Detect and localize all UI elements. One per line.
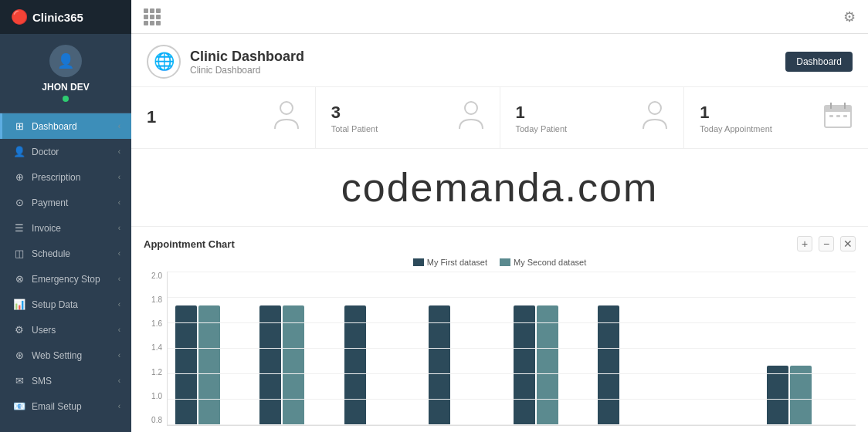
sidebar-item-label: Dashboard [32,121,77,132]
bar-group-2 [344,305,426,425]
sidebar-item-label: Users [32,325,56,336]
globe-icon: 🌐 [147,45,181,79]
logo-text: Clinic365 [32,11,83,24]
gear-icon[interactable]: ⚙ [843,8,856,25]
sidebar-item-prescription[interactable]: ⊕ Prescription ‹ [0,164,131,190]
bar-teal-7 [790,366,812,425]
legend-label-second: My Second dataset [514,258,586,267]
chevron-right-icon: ‹ [118,224,120,232]
y-label-6: 0.8 [151,416,162,424]
sidebar-item-sms[interactable]: ✉ SMS ‹ [0,368,131,393]
invoice-icon: ☰ [13,222,25,234]
sidebar-item-invoice[interactable]: ☰ Invoice ‹ [0,215,131,241]
chevron-right-icon: ‹ [118,147,120,156]
sidebar-item-label: Invoice [32,223,61,234]
sidebar-item-schedule[interactable]: ◫ Schedule ‹ [0,241,131,266]
stat-label-1: Total Patient [331,124,378,133]
chevron-right-icon: ‹ [118,351,120,359]
chevron-right-icon: ‹ [118,173,120,181]
page-title: Clinic Dashboard [190,49,304,65]
email-setup-icon: 📧 [13,400,25,412]
bar-group-4 [514,305,595,425]
page-subtitle: Clinic Dashboard [190,65,304,76]
bar-dark-3 [429,305,450,425]
chevron-right-icon: ‹ [118,249,120,258]
person-icon-1 [458,100,484,136]
stat-card-2: 1 Today Patient [500,87,685,148]
prescription-icon: ⊕ [13,171,25,183]
sidebar-item-label: Prescription [32,172,80,183]
sidebar-item-email-setup[interactable]: 📧 Email Setup ‹ [0,393,131,419]
bar-group-3 [429,305,510,425]
svg-point-1 [465,102,477,114]
payment-icon: ⊙ [13,197,25,208]
stat-number-3: 1 [700,103,772,123]
sidebar-item-label: Setup Data [32,299,78,310]
setup-data-icon: 📊 [13,299,25,310]
stat-card-1: 3 Total Patient [316,87,500,148]
users-icon: ⚙ [13,324,25,336]
legend-dot-first [413,258,424,266]
sidebar-item-emergency-stop[interactable]: ⊗ Emergency Stop ‹ [0,266,131,292]
sidebar-user: 👤 JHON DEV [0,34,131,113]
watermark-section: codemanda.com [131,149,868,227]
chart-close-button[interactable]: ✕ [840,236,856,251]
sidebar-item-doctor[interactable]: 👤 Doctor ‹ [0,139,131,164]
bar-dark-0 [175,305,197,425]
sidebar-item-label: Schedule [32,248,70,259]
sidebar: 🔴 Clinic365 👤 JHON DEV ⊞ Dashboard ‹ 👤 D… [0,0,131,432]
y-label-5: 1.0 [151,392,162,400]
chevron-right-icon: ‹ [118,402,120,410]
doctor-icon: 👤 [13,146,25,157]
stat-label-3: Today Appointment [700,124,772,133]
chevron-right-icon: ‹ [118,326,120,334]
sidebar-item-label: Emergency Stop [32,274,100,285]
bar-teal-0 [198,305,220,425]
sidebar-item-users[interactable]: ⚙ Users ‹ [0,317,131,343]
logo-icon: 🔴 [11,8,28,25]
main-content: ⚙ 🌐 Clinic Dashboard Clinic Dashboard Da… [131,0,868,432]
bar-dark-1 [259,305,281,425]
web-setting-icon: ⊛ [13,349,25,361]
apps-icon[interactable] [144,8,161,25]
stat-label-2: Today Patient [516,124,568,133]
y-label-2: 1.6 [151,319,162,328]
stat-number-1: 3 [331,103,378,123]
sidebar-item-web-setting[interactable]: ⊛ Web Setting ‹ [0,343,131,368]
bar-dark-5 [598,305,619,425]
y-label-4: 1.2 [151,368,162,376]
sidebar-nav: ⊞ Dashboard ‹ 👤 Doctor ‹ ⊕ Prescription … [0,113,131,432]
chart-minimize-button[interactable]: − [819,236,834,251]
chevron-right-icon: ‹ [118,122,120,130]
sidebar-item-label: Email Setup [32,401,82,412]
chevron-right-icon: ‹ [118,275,120,283]
svg-rect-4 [825,106,851,112]
sidebar-item-label: Payment [32,197,68,208]
sms-icon: ✉ [13,375,25,386]
legend-second-dataset: My Second dataset [500,258,586,267]
y-label-0: 2.0 [151,272,162,280]
y-axis: 2.0 1.8 1.6 1.4 1.2 1.0 0.8 [144,272,167,426]
schedule-icon: ◫ [13,248,25,259]
chart-add-button[interactable]: + [797,236,812,251]
breadcrumb-button[interactable]: Dashboard [785,52,853,72]
person-icon-2 [642,100,668,136]
chart-legend: My First dataset My Second dataset [144,258,856,267]
bar-group-5 [598,305,679,425]
user-status-indicator [63,96,69,102]
chart-header: Appointment Chart + − ✕ [144,236,856,251]
sidebar-item-label: SMS [32,376,52,386]
chart-area: 2.0 1.8 1.6 1.4 1.2 1.0 0.8 [144,272,856,426]
svg-point-0 [280,102,293,114]
stat-number-2: 1 [516,103,568,123]
sidebar-item-setup-data[interactable]: 📊 Setup Data ‹ [0,292,131,317]
sidebar-logo: 🔴 Clinic365 [0,0,131,34]
stat-card-0: 1 [131,87,316,148]
sidebar-item-dashboard[interactable]: ⊞ Dashboard ‹ [0,113,131,139]
svg-rect-7 [829,115,833,117]
sidebar-item-payment[interactable]: ⊙ Payment ‹ [0,190,131,215]
y-label-3: 1.4 [151,343,162,352]
stat-card-3: 1 Today Appointment [684,87,868,148]
chart-title: Appointment Chart [144,238,235,250]
legend-label-first: My First dataset [427,258,487,267]
